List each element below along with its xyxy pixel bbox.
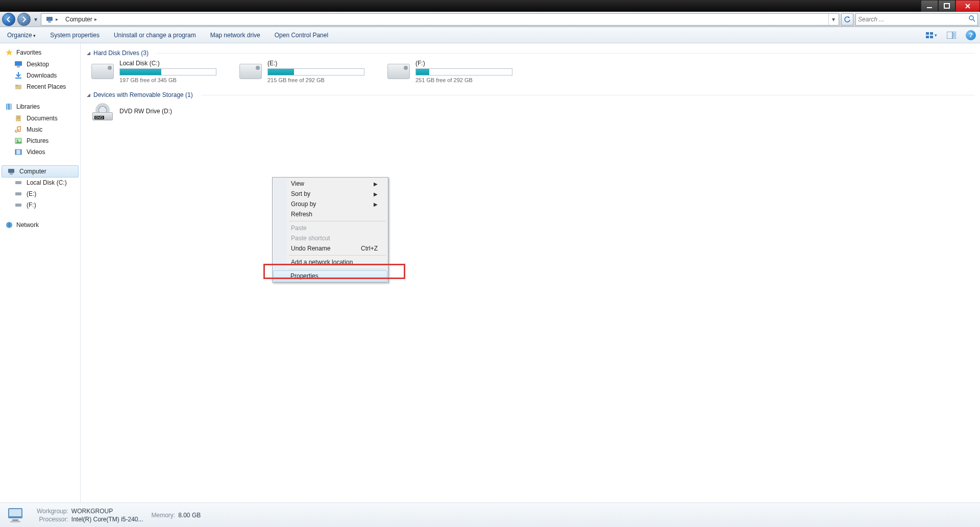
drive-e[interactable]: (E:) 215 GB free of 292 GB [239,60,372,83]
drive-icon [14,201,22,209]
svg-rect-28 [20,149,21,155]
sidebar-item-computer[interactable]: Computer [2,165,79,178]
ctx-undo-rename[interactable]: Undo RenameCtrl+Z [274,243,387,254]
svg-rect-18 [6,104,8,110]
section-hdd-header[interactable]: ◢ Hard Disk Drives (3) [87,49,975,57]
content-pane[interactable]: ◢ Hard Disk Drives (3) Local Disk (C:) 1… [81,43,980,503]
dvd-icon: DVD [91,102,114,122]
address-bar: ▾ ▸ Computer ▸ ▾ [0,12,980,27]
svg-rect-29 [8,169,14,173]
sidebar-item-drive-c[interactable]: Local Disk (C:) [0,177,80,188]
hdd-icon [387,61,410,82]
uninstall-program-button[interactable]: Uninstall or change a program [111,30,199,41]
submenu-arrow-icon: ▶ [374,181,378,187]
svg-rect-19 [8,104,10,110]
organize-menu[interactable]: Organize [4,30,39,41]
preview-pane-button[interactable] [945,29,958,41]
ctx-group-by[interactable]: Group by▶ [274,199,387,209]
svg-rect-20 [10,104,12,110]
ctx-refresh[interactable]: Refresh [274,209,387,219]
ctx-properties[interactable]: Properties [273,270,387,282]
svg-rect-31 [15,181,21,184]
refresh-icon [844,16,851,23]
open-control-panel-button[interactable]: Open Control Panel [272,30,331,41]
svg-rect-36 [9,509,21,516]
map-network-drive-button[interactable]: Map network drive [207,30,263,41]
window-maximize-button[interactable] [938,0,955,12]
system-properties-button[interactable]: System properties [47,30,103,41]
breadcrumb-dropdown[interactable]: ▾ [828,14,838,25]
recent-icon [14,83,22,91]
sidebar-network-header[interactable]: Network [0,219,80,231]
context-menu: View▶ Sort by▶ Group by▶ Refresh Paste P… [272,177,388,283]
breadcrumb-root[interactable]: ▸ [42,14,61,25]
nav-forward-button[interactable] [17,13,31,26]
dvd-drive-d[interactable]: DVD DVD RW Drive (D:) [91,102,224,122]
desktop-icon [14,60,22,68]
videos-icon [14,148,22,156]
nav-back-button[interactable] [2,13,15,26]
svg-rect-7 [930,32,933,35]
svg-rect-33 [15,204,21,207]
sidebar-item-music[interactable]: Music [0,124,80,135]
drive-f[interactable]: (F:) 251 GB free of 292 GB [387,60,520,83]
svg-rect-15 [15,78,21,79]
navigation-pane: Favorites Desktop Downloads Recent Place… [0,43,81,503]
svg-point-25 [17,140,18,141]
sidebar-item-downloads[interactable]: Downloads [0,70,80,81]
search-input[interactable] [858,16,968,23]
svg-line-5 [973,19,975,21]
computer-icon [45,15,54,23]
drive-c[interactable]: Local Disk (C:) 197 GB free of 345 GB [91,60,224,83]
sidebar-favorites-header[interactable]: Favorites [0,46,80,59]
svg-rect-12 [953,33,955,38]
change-view-button[interactable]: ▾ [925,29,937,41]
svg-rect-17 [15,85,18,86]
ctx-sort-by[interactable]: Sort by▶ [274,189,387,199]
svg-rect-1 [944,4,949,8]
sidebar-item-drive-e[interactable]: (E:) [0,188,80,199]
preview-pane-icon [947,32,956,39]
svg-rect-30 [10,173,13,174]
svg-rect-8 [926,36,929,38]
sidebar-item-videos[interactable]: Videos [0,146,80,158]
section-removable-header[interactable]: ◢ Devices with Removable Storage (1) [87,91,975,98]
breadcrumb[interactable]: ▸ Computer ▸ ▾ [41,13,839,26]
sidebar-item-documents[interactable]: Documents [0,113,80,124]
ctx-paste-shortcut: Paste shortcut [274,233,387,243]
usage-bar [119,68,216,76]
sidebar-item-drive-f[interactable]: (F:) [0,199,80,211]
drive-icon [14,179,22,187]
documents-icon [14,114,22,122]
svg-rect-2 [46,17,53,21]
sidebar-item-pictures[interactable]: Pictures [0,135,80,146]
svg-rect-37 [12,519,18,521]
submenu-arrow-icon: ▶ [374,202,378,207]
svg-rect-14 [17,66,20,67]
help-button[interactable]: ? [966,30,976,40]
svg-rect-9 [930,36,933,38]
breadcrumb-computer[interactable]: Computer ▸ [62,14,100,25]
search-box[interactable] [855,13,978,26]
sidebar-libraries-header[interactable]: Libraries [0,101,80,113]
libraries-icon [5,103,13,111]
hdd-icon [91,61,114,82]
drive-icon [14,190,22,198]
svg-rect-3 [48,21,51,22]
ctx-view[interactable]: View▶ [274,179,387,189]
window-minimize-button[interactable] [921,0,938,12]
sidebar-item-desktop[interactable]: Desktop [0,59,80,70]
status-details-2: Memory:8.00 GB [152,512,201,519]
nav-history-dropdown[interactable]: ▾ [33,13,39,26]
star-icon [5,48,13,57]
ctx-add-network-location[interactable]: Add a network location [274,257,387,267]
refresh-button[interactable] [841,13,853,26]
sidebar-item-recent-places[interactable]: Recent Places [0,81,80,92]
collapse-icon: ◢ [87,51,90,56]
svg-rect-0 [927,7,932,8]
window-close-button[interactable] [955,0,980,12]
usage-bar [415,68,512,76]
view-icon [925,31,934,39]
download-icon [14,71,22,80]
details-pane: Workgroup:WORKGROUP Processor:Intel(R) C… [0,503,980,527]
